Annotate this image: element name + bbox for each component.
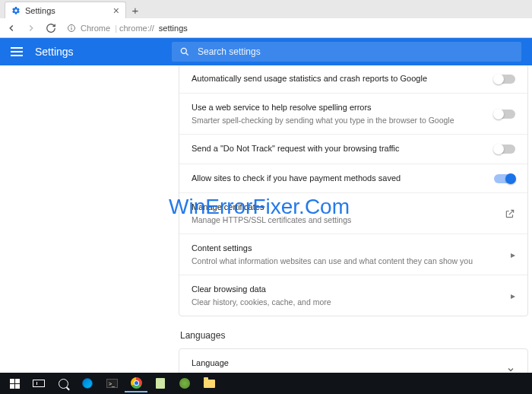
- row-title: Manage certificates: [192, 202, 496, 213]
- chrome-icon: [131, 377, 142, 389]
- browser-tab-strip: Settings × +: [0, 0, 532, 18]
- row-manage-certificates[interactable]: Manage certificates Manage HTTPS/SSL cer…: [179, 192, 527, 234]
- search-icon: [59, 379, 68, 389]
- row-title: Clear browsing data: [192, 284, 502, 295]
- taskbar-app-green[interactable]: [173, 374, 196, 392]
- terminal-icon: >_: [106, 379, 118, 388]
- url-path: settings: [159, 24, 188, 33]
- row-usage-stats[interactable]: Automatically send usage statistics and …: [179, 65, 527, 93]
- task-view-button[interactable]: [27, 374, 50, 392]
- page-title: Settings: [35, 46, 74, 58]
- row-clear-browsing-data[interactable]: Clear browsing data Clear history, cooki…: [179, 275, 527, 316]
- site-info-icon[interactable]: [67, 24, 76, 33]
- taskbar-terminal[interactable]: >_: [100, 374, 123, 392]
- taskbar-edge[interactable]: [76, 374, 99, 392]
- gear-icon: [11, 6, 21, 15]
- row-title: Send a "Do Not Track" request with your …: [192, 143, 485, 154]
- windows-icon: [10, 379, 20, 389]
- toggle-usage-stats[interactable]: [494, 75, 515, 84]
- new-tab-button[interactable]: +: [126, 2, 144, 18]
- row-spelling-service[interactable]: Use a web service to help resolve spelli…: [179, 93, 527, 134]
- taskbar-notes[interactable]: [149, 374, 172, 392]
- row-title: Use a web service to help resolve spelli…: [192, 102, 485, 113]
- hamburger-menu-icon[interactable]: [11, 45, 24, 59]
- row-subtitle: Manage HTTPS/SSL certificates and settin…: [192, 215, 496, 226]
- toggle-spelling-service[interactable]: [494, 110, 515, 119]
- row-title: Language: [192, 357, 497, 369]
- browser-tab-settings[interactable]: Settings ×: [5, 2, 126, 18]
- start-button[interactable]: [3, 374, 26, 392]
- chevron-down-icon: [506, 365, 515, 373]
- edge-icon: [82, 378, 93, 389]
- row-do-not-track[interactable]: Send a "Do Not Track" request with your …: [179, 134, 527, 163]
- row-subtitle: Smarter spell-checking by sending what y…: [192, 116, 485, 126]
- row-title: Allow sites to check if you have payment…: [192, 173, 485, 184]
- settings-header: Settings: [0, 38, 532, 65]
- url-host: chrome://: [119, 24, 154, 33]
- row-title: Automatically send usage statistics and …: [192, 73, 485, 84]
- reload-button[interactable]: [44, 21, 58, 35]
- row-subtitle: Control what information websites can us…: [192, 256, 502, 267]
- folder-icon: [204, 380, 215, 388]
- forward-button[interactable]: [24, 21, 38, 35]
- tab-title: Settings: [25, 6, 55, 15]
- row-payment-methods[interactable]: Allow sites to check if you have payment…: [179, 164, 527, 192]
- back-button[interactable]: [5, 21, 18, 35]
- settings-search-bar[interactable]: [172, 42, 521, 62]
- search-input[interactable]: [198, 46, 514, 57]
- svg-rect-1: [71, 27, 72, 30]
- row-language[interactable]: Language English: [179, 349, 527, 373]
- row-title: Content settings: [192, 243, 502, 254]
- taskbar-file-explorer[interactable]: [198, 374, 220, 392]
- row-subtitle: Clear history, cookies, cache, and more: [192, 297, 502, 308]
- settings-content: WinErrorFixer.Com Automatically send usa…: [0, 65, 532, 373]
- chevron-right-icon: ▸: [511, 249, 515, 260]
- privacy-card: Automatically send usage statistics and …: [179, 65, 528, 316]
- taskview-icon: [33, 380, 45, 387]
- taskbar-search-button[interactable]: [52, 374, 74, 392]
- toggle-do-not-track[interactable]: [494, 145, 515, 154]
- note-icon: [156, 378, 165, 389]
- url-scheme: Chrome: [81, 24, 110, 33]
- svg-line-4: [186, 53, 188, 56]
- row-content-settings[interactable]: Content settings Control what informatio…: [179, 234, 527, 275]
- section-label-languages: Languages: [180, 330, 527, 341]
- address-bar[interactable]: Chrome | chrome://settings: [64, 21, 527, 36]
- taskbar-chrome[interactable]: [125, 374, 147, 392]
- lime-icon: [179, 378, 190, 389]
- svg-point-3: [181, 48, 186, 53]
- external-link-icon: [505, 208, 515, 219]
- toggle-payment-methods[interactable]: [494, 174, 515, 183]
- chevron-right-icon: ▸: [511, 291, 515, 301]
- svg-rect-2: [71, 26, 72, 27]
- browser-toolbar: Chrome | chrome://settings: [0, 18, 532, 38]
- search-icon: [179, 46, 190, 57]
- close-icon[interactable]: ×: [113, 5, 119, 16]
- languages-card: Language English Spell check English (Un…: [179, 348, 528, 373]
- windows-taskbar: >_: [0, 373, 532, 394]
